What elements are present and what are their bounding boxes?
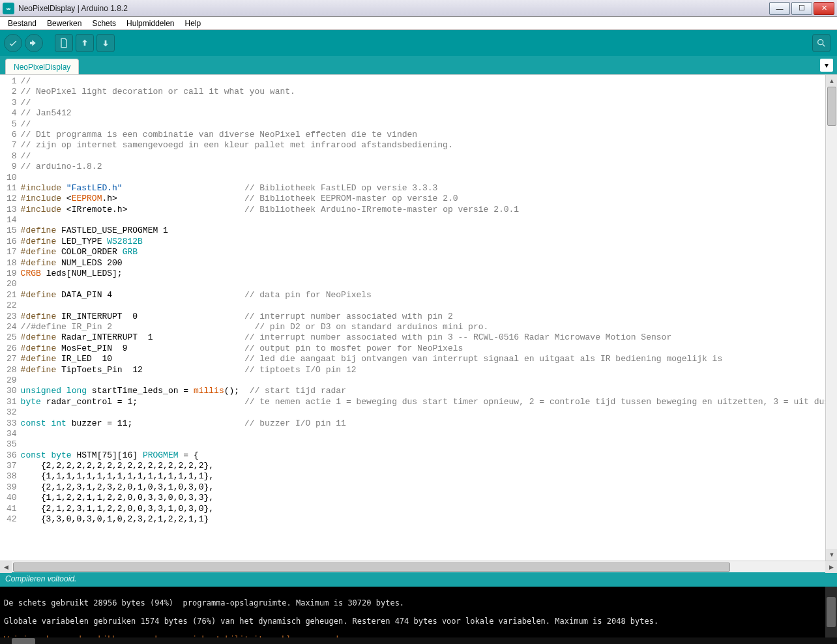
editor-horizontal-scrollbar[interactable]: ◀ ▶: [0, 561, 837, 572]
title-bar: ∞ NeoPixelDisplay | Arduino 1.8.2 — ☐ ✕: [0, 0, 837, 17]
open-sketch-button[interactable]: [76, 34, 94, 52]
console-vertical-scrollbar[interactable]: [825, 587, 837, 637]
upload-button[interactable]: [25, 34, 43, 52]
window-controls: — ☐ ✕: [769, 2, 837, 15]
close-button[interactable]: ✕: [814, 2, 834, 15]
scroll-down-icon[interactable]: ▼: [826, 549, 837, 561]
scroll-left-icon[interactable]: ◀: [0, 561, 12, 573]
line-number-gutter: 1234567891011121314151617181920212223242…: [0, 76, 21, 525]
status-bar: Compileren voltooid.: [0, 572, 837, 587]
console-line-2: Globale variabelen gebruiken 1574 bytes …: [4, 617, 658, 626]
maximize-button[interactable]: ☐: [791, 2, 812, 15]
output-console[interactable]: De schets gebruikt 28956 bytes (94%) pro…: [0, 587, 837, 637]
scroll-right-icon[interactable]: ▶: [825, 561, 837, 573]
svg-point-0: [818, 40, 823, 45]
menu-bewerken[interactable]: Bewerken: [42, 18, 87, 29]
chevron-down-icon: ▾: [825, 61, 829, 70]
arrow-up-icon: [80, 38, 90, 48]
save-sketch-button[interactable]: [96, 34, 115, 52]
arrow-right-icon: [29, 38, 39, 48]
h-scrollbar-thumb[interactable]: [13, 563, 730, 572]
code-content[interactable]: //// NeoPixel light decoration or call i…: [21, 76, 837, 525]
arduino-app-icon: ∞: [3, 3, 14, 14]
console-line-1: De schets gebruikt 28956 bytes (94%) pro…: [4, 598, 404, 607]
scrollbar-thumb[interactable]: [827, 87, 836, 126]
tab-neopixeldisplay[interactable]: NeoPixelDisplay: [5, 59, 79, 74]
editor-vertical-scrollbar[interactable]: ▲ ▼: [825, 75, 837, 561]
tab-strip: NeoPixelDisplay ▾: [0, 56, 837, 74]
minimize-button[interactable]: —: [769, 2, 790, 15]
scroll-up-icon[interactable]: ▲: [826, 75, 837, 87]
arrow-down-icon: [100, 38, 111, 48]
code-editor[interactable]: 1234567891011121314151617181920212223242…: [0, 74, 837, 561]
console-horizontal-scrollbar[interactable]: [0, 637, 837, 644]
menu-help[interactable]: Help: [180, 18, 207, 29]
menu-bestand[interactable]: Bestand: [3, 18, 42, 29]
verify-button[interactable]: [4, 34, 22, 52]
serial-monitor-button[interactable]: [812, 34, 830, 52]
tab-dropdown-button[interactable]: ▾: [820, 59, 833, 72]
magnifier-icon: [816, 38, 827, 48]
menu-hulpmiddelen[interactable]: Hulpmiddelen: [121, 18, 179, 29]
toolbar: [0, 30, 837, 56]
menu-schets[interactable]: Schets: [87, 18, 121, 29]
file-icon: [59, 38, 69, 48]
check-icon: [8, 38, 18, 48]
window-title: NeoPixelDisplay | Arduino 1.8.2: [17, 4, 769, 13]
menu-bar: Bestand Bewerken Schets Hulpmiddelen Hel…: [0, 17, 837, 30]
new-sketch-button[interactable]: [55, 34, 73, 52]
